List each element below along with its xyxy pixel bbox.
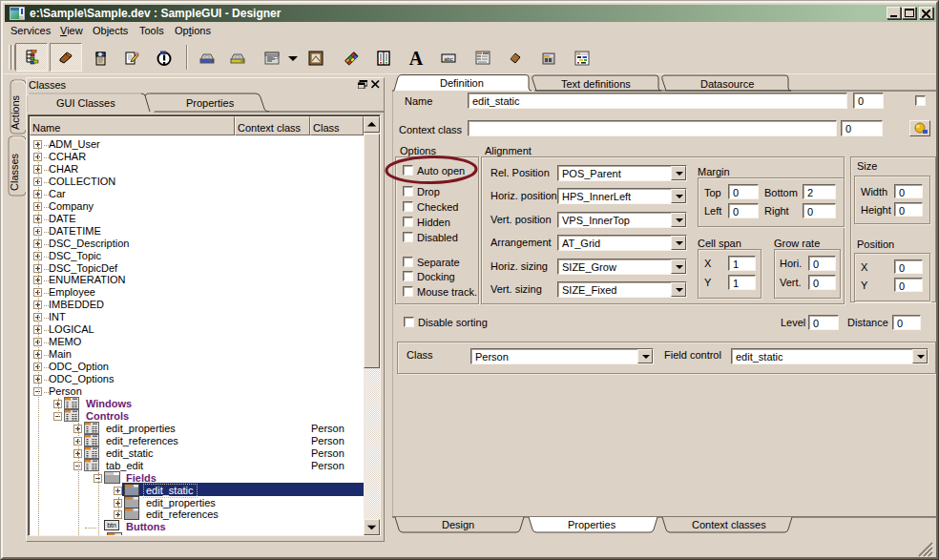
svg-text:abc: abc [444,56,453,62]
svg-text:A: A [409,51,424,66]
svg-text:btn: btn [107,522,116,529]
